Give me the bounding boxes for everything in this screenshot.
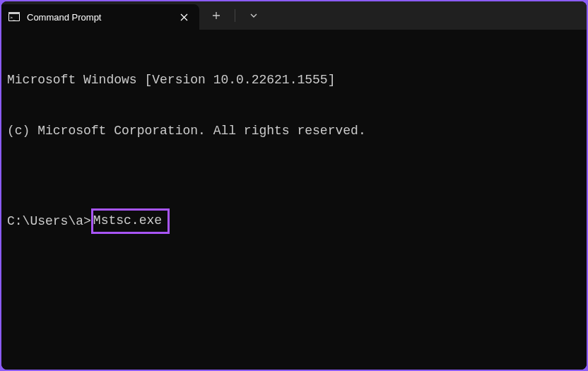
terminal-content[interactable]: Microsoft Windows [Version 10.0.22621.15… bbox=[1, 30, 587, 370]
svg-text:>_: >_ bbox=[11, 15, 16, 20]
new-tab-button[interactable] bbox=[205, 4, 228, 27]
version-line: Microsoft Windows [Version 10.0.22621.15… bbox=[7, 71, 581, 88]
tab-title: Command Prompt bbox=[27, 12, 170, 23]
titlebar-actions bbox=[199, 1, 265, 30]
tab-dropdown-button[interactable] bbox=[242, 4, 265, 27]
command-text: Mstsc.exe bbox=[93, 213, 162, 228]
divider bbox=[235, 9, 235, 22]
svg-rect-2 bbox=[8, 12, 20, 14]
command-highlight: Mstsc.exe bbox=[91, 208, 170, 234]
copyright-line: (c) Microsoft Corporation. All rights re… bbox=[7, 122, 581, 139]
prompt-path: C:\Users\a> bbox=[7, 213, 91, 230]
tab-close-button[interactable] bbox=[177, 10, 191, 24]
prompt-line: C:\Users\a>Mstsc.exe bbox=[7, 208, 581, 234]
cmd-icon: >_ bbox=[8, 11, 20, 23]
active-tab[interactable]: >_ Command Prompt bbox=[1, 4, 199, 30]
titlebar: >_ Command Prompt bbox=[1, 1, 587, 30]
terminal-window: >_ Command Prompt bbox=[1, 1, 587, 370]
